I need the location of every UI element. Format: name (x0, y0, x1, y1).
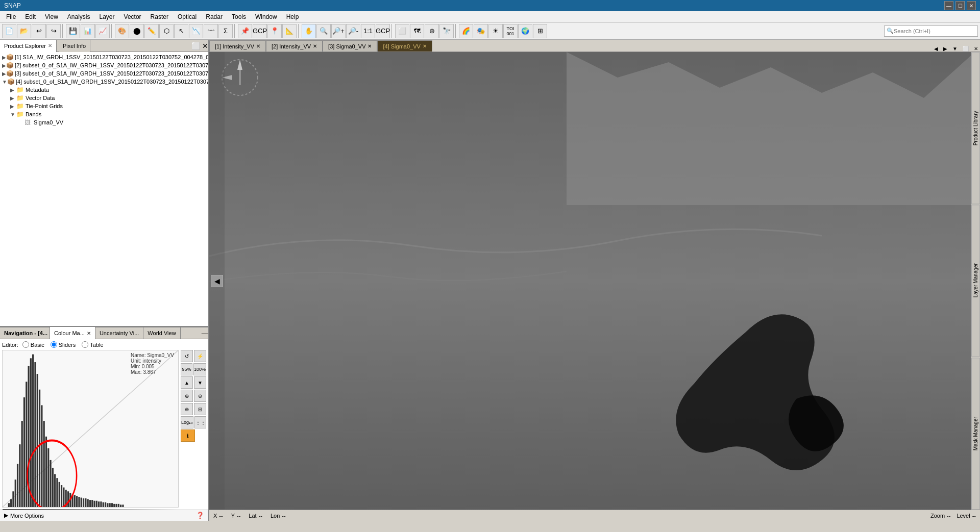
zoom-out2-button[interactable]: ⊖ (194, 390, 206, 402)
side-manager-product-library[interactable]: Product Library (971, 52, 980, 204)
colour-ma-close[interactable]: ✕ (87, 331, 91, 336)
tab-nav-list[interactable]: ▼ (950, 46, 960, 52)
zoom-down-button[interactable]: ▼ (194, 376, 206, 389)
waveform-button[interactable]: 〰 (204, 24, 218, 38)
mask-button[interactable]: ⬤ (130, 24, 144, 38)
toggle-2[interactable]: ▶ (2, 63, 6, 68)
save-button[interactable]: 💾 (66, 24, 80, 38)
export-button[interactable]: 📊 (81, 24, 95, 38)
nav-left-arrow[interactable]: ◀ (211, 275, 223, 287)
tab-image-4-close[interactable]: ✕ (423, 43, 427, 49)
info-button[interactable]: ℹ (181, 429, 195, 442)
pan-button[interactable]: ✋ (302, 24, 316, 38)
stats-button[interactable]: 📈 (95, 24, 110, 38)
new-button[interactable]: 📄 (2, 24, 16, 38)
reset-button[interactable]: ↺ (181, 350, 193, 362)
menu-view[interactable]: View (41, 12, 62, 21)
toggle-3[interactable]: ▶ (2, 71, 6, 77)
nav-tool-button[interactable]: 🔭 (439, 24, 454, 38)
tab-nav-left[interactable]: ◀ (932, 46, 940, 52)
toggle-1[interactable]: ▶ (2, 55, 6, 60)
help-button[interactable]: ❓ (196, 512, 204, 519)
tab-image-2[interactable]: [2] Intensity_VV ✕ (266, 40, 323, 52)
tree-item-2[interactable]: ▶ 📦 [2] subset_0_of_S1A_IW_GRDH_1SSV_201… (2, 61, 206, 69)
layer2-button[interactable]: ⊕ (425, 24, 439, 38)
maximize-button[interactable]: ☐ (955, 1, 965, 10)
tab-world-view[interactable]: World View (143, 327, 180, 339)
panel-close-button[interactable]: ✕ (202, 42, 208, 50)
side-manager-mask-manager[interactable]: Mask Manager (971, 358, 980, 510)
color2-button[interactable]: 🎭 (474, 24, 488, 38)
minimize-button[interactable]: — (944, 1, 953, 10)
graph-button[interactable]: 📉 (189, 24, 203, 38)
titlebar-controls[interactable]: — ☐ ✕ (944, 1, 976, 10)
tab-nav-right[interactable]: ▶ (941, 46, 949, 52)
close-button[interactable]: ✕ (967, 1, 976, 10)
polygon-button[interactable]: ⬡ (159, 24, 174, 38)
tab-image-3[interactable]: [3] Sigma0_VV ✕ (323, 40, 377, 52)
colormap-button[interactable]: 🎨 (115, 24, 129, 38)
brightness-button[interactable]: ☀ (488, 24, 503, 38)
tab-image-3-close[interactable]: ✕ (368, 43, 372, 49)
tab-image-1-close[interactable]: ✕ (256, 43, 260, 49)
toggle-tiepoints[interactable]: ▶ (10, 104, 16, 109)
menu-file[interactable]: File (2, 12, 20, 21)
menu-raster[interactable]: Raster (146, 12, 173, 21)
zoom-in3-button[interactable]: ⊕ (181, 403, 193, 415)
draw-button[interactable]: ✏️ (144, 24, 159, 38)
tree-item-1[interactable]: ▶ 📦 [1] S1A_IW_GRDH_1SSV_20150122T030723… (2, 53, 206, 61)
menu-window[interactable]: Window (251, 12, 281, 21)
search-input[interactable] (894, 28, 975, 34)
menu-help[interactable]: Help (282, 12, 303, 21)
toggle-vectordata[interactable]: ▶ (10, 95, 16, 101)
tree-tiepoints[interactable]: ▶ 📁 Tie-Point Grids (10, 102, 206, 110)
zoom-in2-button[interactable]: ⊕ (181, 390, 193, 402)
sigma-button[interactable]: Σ (218, 24, 233, 38)
menu-tools[interactable]: Tools (228, 12, 250, 21)
side-manager-layer-manager[interactable]: Layer Manager (971, 205, 980, 357)
tree-sigma0vv[interactable]: 🖼 Sigma0_VV (18, 118, 206, 126)
grid-button[interactable]: ⊞ (533, 24, 547, 38)
zoom-100-button[interactable]: 1:1 (361, 24, 375, 38)
log10-button[interactable]: Log₁₀ (181, 416, 193, 428)
open-button[interactable]: 📂 (17, 24, 31, 38)
pin-button[interactable]: 📌 (238, 24, 252, 38)
auto-button[interactable]: ⚡ (194, 350, 206, 362)
tab-colour-manipulation[interactable]: Colour Ma... ✕ (50, 327, 95, 339)
zoom-100-button[interactable]: 100% (193, 363, 206, 375)
pin2-button[interactable]: 📍 (267, 24, 282, 38)
zoom-in-button[interactable]: 🔎+ (331, 24, 346, 38)
tab-image-4[interactable]: [4] Sigma0_VV ✕ (377, 40, 432, 52)
tab-product-explorer[interactable]: Product Explorer ✕ (0, 40, 57, 52)
undo-button[interactable]: ↩ (32, 24, 46, 38)
menu-edit[interactable]: Edit (21, 12, 40, 21)
radio-sliders-input[interactable] (51, 341, 57, 348)
tree-item-3[interactable]: ▶ 📦 [3] subset_0_of_S1A_IW_GRDH_1SSV_201… (2, 69, 206, 78)
radio-sliders[interactable]: Sliders (51, 341, 76, 348)
gcp-button[interactable]: GCP (253, 24, 267, 38)
tab-nav-max[interactable]: ⬜ (961, 46, 971, 52)
tree-vectordata[interactable]: ▶ 📁 Vector Data (10, 94, 206, 102)
radio-table[interactable]: Table (82, 341, 103, 348)
grid-button[interactable]: ⋮⋮ (194, 416, 206, 428)
tab-nav-close[interactable]: ✕ (972, 46, 980, 52)
gcp2-button[interactable]: GCP (376, 24, 390, 38)
color-stretch-button[interactable]: 🌈 (459, 24, 473, 38)
toggle-4[interactable]: ▼ (2, 79, 7, 85)
tab-pixel-info[interactable]: Pixel Info (59, 40, 90, 52)
zoom-out-button[interactable]: 🔎- (346, 24, 360, 38)
zoom-95-button[interactable]: 95% (181, 363, 192, 375)
menu-analysis[interactable]: Analysis (63, 12, 94, 21)
radio-table-input[interactable] (82, 341, 88, 348)
radio-basic-input[interactable] (22, 341, 29, 348)
tab-uncertainty-vi[interactable]: Uncertainty Vi... (95, 327, 143, 339)
tab-image-2-close[interactable]: ✕ (313, 43, 317, 49)
overview-button[interactable]: 🗺 (410, 24, 424, 38)
product-explorer-close[interactable]: ✕ (48, 43, 52, 48)
geometry-button[interactable]: 📐 (282, 24, 297, 38)
zoom-up-button[interactable]: ▲ (181, 376, 193, 389)
zoom-fit-button[interactable]: ⊟ (194, 403, 206, 415)
world-button[interactable]: 🌍 (518, 24, 532, 38)
zoom-button[interactable]: 🔍 (316, 24, 331, 38)
tree-bands[interactable]: ▼ 📁 Bands (10, 110, 206, 118)
